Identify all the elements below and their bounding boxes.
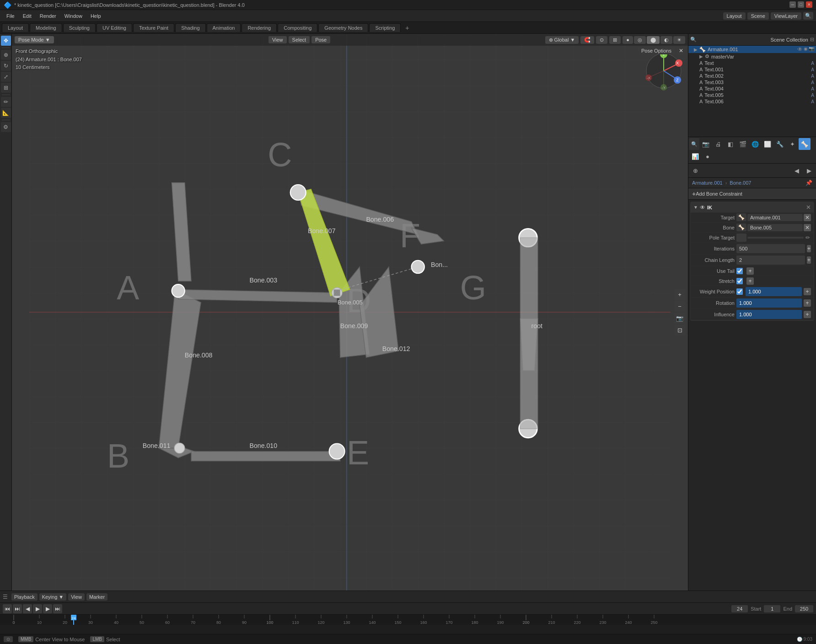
outliner-item-text006[interactable]: A Text.006 A — [688, 98, 816, 105]
outliner-item-text[interactable]: A Text A — [688, 60, 816, 66]
output-props-btn[interactable]: 🖨 — [712, 138, 724, 150]
play-btn[interactable]: ▶ — [33, 604, 42, 613]
file-menu[interactable]: File — [3, 12, 18, 20]
pose-options-btn[interactable]: Pose Options — [638, 47, 675, 54]
target-value[interactable]: Armature.001 — [747, 214, 803, 221]
annotate-tool[interactable]: ✏ — [1, 97, 11, 107]
render-view-btn[interactable]: ☀ — [673, 36, 685, 44]
keying-menu[interactable]: Keying ▼ — [39, 593, 67, 601]
tab-uv-editing[interactable]: UV Editing — [97, 23, 132, 32]
outliner-item-armature[interactable]: ▶ 🦴 Armature.001 👁 ◉ 📷 — [688, 46, 816, 53]
view-layer-props-btn[interactable]: ◧ — [725, 138, 736, 150]
overlay-btn[interactable]: ● — [623, 36, 633, 44]
pose-menu[interactable]: Pose — [311, 36, 330, 43]
search-icon[interactable]: 🔍 — [690, 37, 697, 42]
world-props-btn[interactable]: 🌐 — [749, 138, 761, 150]
active-tool-btn[interactable]: ⊕ — [689, 165, 701, 176]
maximize-btn[interactable]: □ — [798, 1, 804, 8]
iterations-input[interactable] — [736, 244, 805, 253]
start-frame-input[interactable]: 1 — [764, 605, 780, 612]
jump-start-btn[interactable]: ⏮ — [3, 604, 12, 613]
material-props-btn[interactable]: ● — [702, 150, 714, 162]
bone-breadcrumb-name[interactable]: Bone.007 — [730, 180, 751, 186]
cursor-tool[interactable]: ✥ — [1, 36, 11, 46]
snap-btn[interactable]: 🧲 — [580, 36, 594, 44]
tab-rendering[interactable]: Rendering — [242, 23, 277, 32]
view-layer-selector[interactable]: ViewLayer — [771, 12, 801, 20]
global-dropdown[interactable]: ⊕ Global ▼ — [545, 36, 579, 44]
material-view-btn[interactable]: ◐ — [660, 36, 672, 44]
tab-geometry-nodes[interactable]: Geometry Nodes — [318, 23, 368, 32]
tab-texture-paint[interactable]: Texture Paint — [133, 23, 174, 32]
render-icon[interactable]: 📷 — [809, 46, 814, 53]
select-menu[interactable]: Select — [289, 36, 310, 43]
measure-tool[interactable]: 📐 — [1, 108, 11, 118]
view-menu[interactable]: View — [268, 36, 287, 43]
end-frame-input[interactable]: 250 — [795, 605, 813, 612]
particle-props-btn[interactable]: ✦ — [786, 138, 798, 150]
close-btn[interactable]: ✕ — [806, 1, 812, 8]
extra-tool[interactable]: ⚙ — [1, 122, 11, 132]
viewport[interactable]: Pose Mode ▼ View Select Pose ⊕ Global ▼ … — [12, 34, 688, 591]
xray-btn[interactable]: ◎ — [634, 36, 646, 44]
props-nav-btn2[interactable]: ▶ — [803, 165, 815, 176]
bone-value[interactable]: Bone.005 — [747, 224, 803, 231]
render-menu[interactable]: Render — [36, 12, 60, 20]
outliner-item-text005[interactable]: A Text.005 A — [688, 92, 816, 98]
chain-length-input[interactable] — [736, 255, 805, 265]
use-tail-plus-btn[interactable]: + — [746, 267, 754, 275]
armature-breadcrumb[interactable]: Armature.001 — [692, 180, 723, 186]
tab-compositing[interactable]: Compositing — [278, 23, 317, 32]
mode-btn[interactable]: ⊙ — [4, 636, 13, 642]
frame-btn[interactable]: ⊡ — [674, 325, 685, 335]
timeline-menu-icon[interactable]: ☰ — [3, 594, 8, 600]
weight-position-field[interactable]: 1.000 — [746, 287, 802, 296]
add-bone-constraint-button[interactable]: + Add Bone Constraint — [688, 188, 816, 200]
tab-layout[interactable]: Layout — [2, 23, 29, 32]
window-menu[interactable]: Window — [61, 12, 86, 20]
visibility-icon[interactable]: 👁 — [797, 46, 803, 53]
jump-end-btn[interactable]: ⏭ — [13, 604, 22, 613]
next-frame-btn[interactable]: ▶ — [43, 604, 52, 613]
influence-plus-btn[interactable]: + — [804, 311, 811, 318]
ik-close-btn[interactable]: ✕ — [806, 204, 811, 211]
props-nav-btn[interactable]: ◀ — [791, 165, 803, 176]
help-menu[interactable]: Help — [87, 12, 105, 20]
solid-view-btn[interactable]: ⬤ — [647, 36, 660, 44]
scene-selector[interactable]: Scene — [747, 12, 769, 20]
rotate-tool[interactable]: ↻ — [1, 61, 11, 71]
outliner-item-mastervar[interactable]: ▶ ⚙ masterVar — [688, 53, 816, 60]
current-frame-display[interactable]: 24 — [731, 605, 748, 612]
render-props-btn[interactable]: 📷 — [700, 138, 712, 150]
weight-position-checkbox[interactable] — [736, 288, 743, 295]
transform-tool[interactable]: ⊞ — [1, 83, 11, 93]
minimize-btn[interactable]: ─ — [789, 1, 796, 8]
ik-header[interactable]: ▼ 👁 IK ✕ — [691, 202, 814, 213]
use-tail-checkbox[interactable] — [736, 268, 743, 274]
tab-shading[interactable]: Shading — [175, 23, 205, 32]
add-workspace-btn[interactable]: + — [402, 23, 413, 33]
view-menu-tl[interactable]: View — [68, 593, 85, 601]
tab-animation[interactable]: Animation — [207, 23, 241, 32]
marker-menu[interactable]: Marker — [86, 593, 107, 601]
timeline-ruler[interactable]: // Generated ticks 0 10 20 24 30 40 50 6… — [0, 615, 816, 625]
modifier-props-btn[interactable]: 🔧 — [774, 138, 786, 150]
chain-length-plus-btn[interactable]: + — [807, 256, 811, 264]
pole-target-edit-btn[interactable]: ✏ — [805, 234, 811, 242]
zoom-out-btn[interactable]: − — [674, 301, 685, 312]
pose-options-close[interactable]: ✕ — [677, 47, 685, 55]
jump-next-btn[interactable]: ⏭ — [53, 604, 62, 613]
show-gizmo-btn[interactable]: ⊞ — [609, 36, 621, 44]
proportional-btn[interactable]: ⊙ — [596, 36, 607, 44]
props-pin-btn[interactable]: 📌 — [805, 180, 812, 186]
select-icon[interactable]: ◉ — [804, 46, 808, 53]
prev-frame-btn[interactable]: ◀ — [23, 604, 32, 613]
rotation-field[interactable]: 1.000 — [736, 298, 802, 308]
zoom-in-btn[interactable]: + — [674, 289, 685, 300]
object-props-btn[interactable]: ⬜ — [762, 138, 773, 150]
edit-menu[interactable]: Edit — [19, 12, 35, 20]
scale-tool[interactable]: ⤢ — [1, 72, 11, 82]
gizmo[interactable]: X -X Y -Y Z — [643, 50, 684, 91]
outliner-item-text001[interactable]: A Text.001 A — [688, 66, 816, 73]
tab-modeling[interactable]: Modeling — [30, 23, 62, 32]
